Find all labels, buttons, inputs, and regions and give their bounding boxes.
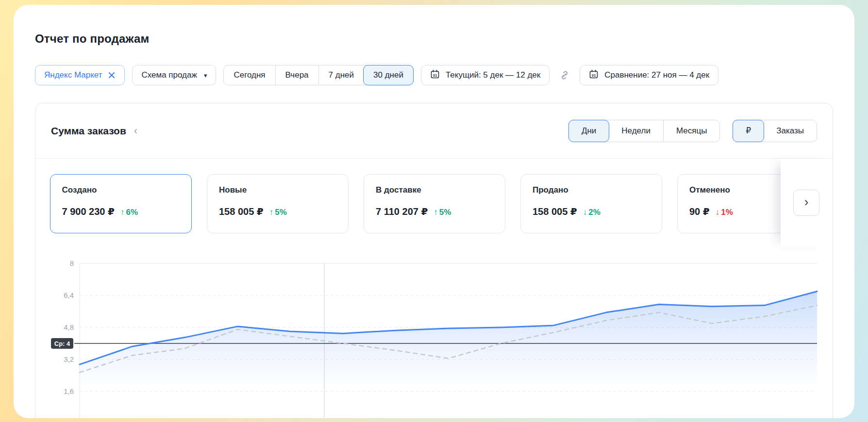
svg-text:6,4: 6,4 (64, 291, 74, 299)
remove-marketplace-icon[interactable] (108, 71, 116, 79)
granularity-months-tab[interactable]: Месяцы (663, 120, 719, 142)
period-7days-button[interactable]: 7 дней (318, 65, 364, 85)
metric-card-delivering[interactable]: В доставке 7 110 207 ₽ ↑ 5% (364, 174, 505, 233)
metric-delta: ↑ 5% (434, 208, 451, 217)
metrics-scroll-overlay: › (781, 159, 832, 247)
delta-up-icon: ↑ (434, 208, 438, 217)
metric-delta: ↑ 6% (120, 208, 138, 217)
granularity-days-tab[interactable]: Дни (568, 120, 609, 142)
svg-text:1,6: 1,6 (64, 387, 74, 395)
metric-card-created[interactable]: Создано 7 900 230 ₽ ↑ 6% (50, 174, 192, 233)
period-yesterday-button[interactable]: Вчера (275, 65, 318, 85)
orders-sum-section: Сумма заказов ‹ Дни Недели Месяцы ₽ Зака… (35, 103, 833, 418)
granularity-segment: Дни Недели Месяцы (568, 120, 720, 142)
unit-segment: ₽ Заказы (733, 120, 817, 142)
unit-rubles-tab[interactable]: ₽ (733, 120, 764, 142)
metric-delta: ↓ 1% (716, 208, 733, 217)
current-range-label: Текущий: 5 дек — 12 дек (446, 70, 540, 80)
metric-value: 90 ₽ (689, 206, 710, 217)
filter-bar: Яндекс Маркет Схема продаж ▾ Сегодня Вче… (35, 65, 854, 85)
section-title: Сумма заказов (51, 125, 126, 137)
marketplace-chip[interactable]: Яндекс Маркет (35, 65, 125, 85)
metric-label: Новые (219, 185, 336, 195)
section-header: Сумма заказов ‹ Дни Недели Месяцы ₽ Зака… (35, 103, 833, 159)
metric-value: 158 005 ₽ (219, 206, 264, 217)
metric-value: 7 110 207 ₽ (376, 206, 428, 217)
delta-up-icon: ↑ (120, 208, 125, 217)
period-today-button[interactable]: Сегодня (224, 65, 275, 85)
metric-value: 158 005 ₽ (533, 206, 577, 217)
svg-text:31: 31 (433, 73, 437, 77)
compare-range-label: Сравнение: 27 ноя — 4 дек (604, 70, 709, 80)
unit-orders-tab[interactable]: Заказы (764, 120, 817, 142)
compare-range-button[interactable]: 31 Сравнение: 27 ноя — 4 дек (580, 65, 718, 85)
metric-delta: ↑ 5% (269, 208, 287, 217)
svg-text:8: 8 (70, 259, 74, 267)
sales-scheme-dropdown[interactable]: Схема продаж ▾ (132, 65, 216, 85)
metric-value: 7 900 230 ₽ (62, 206, 115, 217)
delta-up-icon: ↑ (269, 208, 274, 217)
svg-text:3,2: 3,2 (64, 355, 74, 363)
page-title: Отчет по продажам (35, 32, 854, 46)
metric-card-new[interactable]: Новые 158 005 ₽ ↑ 5% (207, 174, 349, 233)
collapse-section-icon[interactable]: ‹ (134, 126, 137, 136)
metrics-row: Создано 7 900 230 ₽ ↑ 6% Новые 158 005 ₽… (50, 174, 818, 233)
link-icon (557, 69, 572, 81)
svg-text:Ср: 4: Ср: 4 (54, 340, 70, 347)
delta-down-icon: ↓ (583, 208, 587, 217)
main-card: Отчет по продажам Яндекс Маркет Схема пр… (14, 5, 854, 418)
period-30days-button[interactable]: 30 дней (363, 65, 414, 85)
metric-label: Создано (62, 185, 180, 195)
line-chart: 86,44,83,21,60Ср: 4 (51, 258, 818, 418)
orders-chart: 86,44,83,21,60Ср: 4 (51, 258, 817, 418)
period-segment: Сегодня Вчера 7 дней 30 дней (223, 65, 413, 85)
marketplace-chip-label: Яндекс Маркет (44, 70, 102, 80)
svg-text:31: 31 (592, 73, 596, 77)
metric-label: Продано (533, 185, 650, 195)
next-metrics-button[interactable]: › (793, 190, 819, 216)
sales-scheme-label: Схема продаж (141, 70, 197, 80)
metric-delta: ↓ 2% (583, 208, 601, 217)
svg-text:4,8: 4,8 (64, 323, 74, 331)
calendar-icon: 31 (430, 69, 440, 81)
chevron-down-icon: ▾ (204, 72, 207, 79)
metric-card-sold[interactable]: Продано 158 005 ₽ ↓ 2% (520, 174, 662, 233)
metric-label: В доставке (376, 185, 493, 195)
granularity-weeks-tab[interactable]: Недели (609, 120, 663, 142)
calendar-icon: 31 (589, 69, 599, 81)
current-range-button[interactable]: 31 Текущий: 5 дек — 12 дек (421, 65, 550, 85)
delta-down-icon: ↓ (716, 208, 720, 217)
